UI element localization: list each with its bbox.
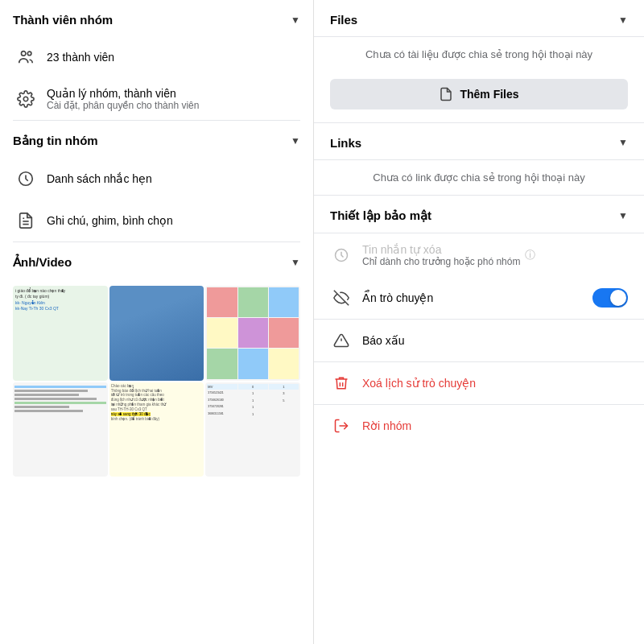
reminders-text: Danh sách nhắc hẹn (47, 172, 152, 185)
report-item[interactable]: Báo xấu (314, 320, 644, 361)
add-files-label: Thêm Files (460, 88, 518, 101)
report-icon (330, 329, 353, 352)
notes-text: Ghi chú, ghim, bình chọn (47, 214, 173, 227)
board-section-header[interactable]: Bảng tin nhóm ▼ (0, 121, 313, 158)
media-section-header[interactable]: Ảnh/Video ▼ (0, 242, 313, 279)
leave-group-text: Rời nhóm (362, 419, 411, 432)
media-chevron-icon: ▼ (291, 257, 300, 268)
security-section-header[interactable]: Thiết lập bảo mật ▼ (314, 196, 644, 233)
photo-1[interactable]: i giáo đổ bạn nào chọn thấyty đi. ( đc t… (13, 286, 108, 381)
members-chevron-icon: ▼ (291, 14, 300, 26)
auto-delete-icon (330, 244, 353, 266)
photo-4[interactable] (13, 382, 108, 477)
delete-history-icon (330, 372, 353, 394)
add-files-icon (439, 87, 453, 101)
files-section-header[interactable]: Files ▼ (314, 0, 644, 36)
left-panel: Thành viên nhóm ▼ 23 thành viên Quản lý … (0, 0, 314, 644)
add-files-button[interactable]: Thêm Files (330, 79, 628, 109)
svg-point-2 (23, 97, 28, 101)
manage-group-icon (13, 86, 39, 112)
members-count-item[interactable]: 23 thành viên (0, 36, 313, 78)
links-title: Links (330, 136, 361, 150)
report-text: Báo xấu (362, 334, 405, 347)
photo-3[interactable] (205, 286, 300, 381)
security-chevron-icon: ▼ (618, 210, 628, 221)
notes-item[interactable]: Ghi chú, ghim, bình chọn (0, 200, 313, 242)
leave-group-item[interactable]: Rời nhóm (314, 405, 644, 447)
manage-group-item[interactable]: Quản lý nhóm, thành viên Cài đặt, phân q… (0, 78, 313, 120)
photo-2[interactable] (109, 286, 204, 381)
right-panel: Files ▼ Chưa có tài liệu được chia sẻ tr… (314, 0, 644, 644)
media-title: Ảnh/Video (13, 255, 72, 270)
members-section-header[interactable]: Thành viên nhóm ▼ (0, 0, 313, 36)
reminders-item[interactable]: Danh sách nhắc hẹn (0, 158, 313, 200)
files-chevron-icon: ▼ (618, 14, 628, 26)
board-title: Bảng tin nhóm (13, 134, 98, 148)
files-title: Files (330, 13, 357, 27)
delete-history-item[interactable]: Xoá lịch sử trò chuyện (314, 362, 644, 404)
photo-grid: i giáo đổ bạn nào chọn thấyty đi. ( đc t… (0, 279, 313, 489)
files-empty-text: Chưa có tài liệu được chia sẻ trong hội … (314, 37, 644, 72)
auto-delete-text: Tin nhắn tự xóa Chỉ dành cho trưởng hoặc… (362, 243, 520, 267)
reminders-icon (13, 166, 39, 192)
links-section-header[interactable]: Links ▼ (314, 123, 644, 159)
manage-group-text: Quản lý nhóm, thành viên Cài đặt, phân q… (47, 87, 199, 111)
links-empty-text: Chưa có link được chia sẻ trong hội thoạ… (314, 160, 644, 196)
toggle-knob (610, 290, 626, 306)
members-count-icon (13, 44, 39, 70)
members-title: Thành viên nhóm (13, 13, 113, 27)
links-chevron-icon: ▼ (618, 137, 628, 148)
hide-chat-toggle[interactable] (592, 288, 628, 308)
hide-chat-icon (330, 287, 353, 309)
photo-5[interactable]: Chào các bạnThông báo đổi lịch thứ hai t… (109, 382, 204, 477)
hide-chat-item[interactable]: Ẩn trò chuyện (314, 277, 644, 319)
security-title: Thiết lập bảo mật (330, 208, 431, 223)
hide-chat-text: Ẩn trò chuyện (362, 291, 433, 304)
leave-group-icon (330, 415, 353, 437)
notes-icon (13, 208, 39, 233)
board-chevron-icon: ▼ (291, 135, 300, 147)
auto-delete-info-icon: ⓘ (525, 248, 535, 262)
delete-history-text: Xoá lịch sử trò chuyện (362, 377, 476, 390)
svg-point-1 (27, 52, 31, 56)
svg-point-0 (22, 52, 27, 56)
members-count-text: 23 thành viên (47, 51, 114, 64)
auto-delete-item: Tin nhắn tự xóa Chỉ dành cho trưởng hoặc… (314, 233, 644, 277)
photo-6[interactable]: MV01 375652342113 375662618015 375672028… (205, 382, 300, 477)
